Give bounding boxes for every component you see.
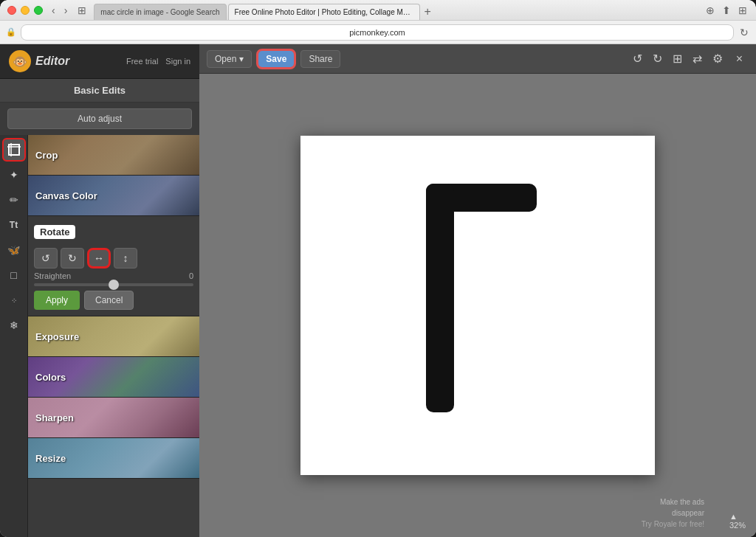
refresh-button[interactable]: ↻	[738, 25, 750, 40]
tool-icons: ✦ ✏ Tt 🦋 □ ⁘ ❄	[0, 135, 28, 537]
svg-rect-5	[426, 184, 454, 412]
logo-icon: 🐵	[9, 50, 31, 72]
address-bar-row: 🔒 picmonkey.com ↻	[0, 21, 756, 44]
rotate-header: Rotate	[34, 222, 193, 245]
undo-button[interactable]: ↺	[630, 49, 645, 69]
overlays-tool-icon[interactable]: ❄	[2, 313, 26, 337]
colors-label: Colors	[28, 367, 73, 387]
canvas-color-label: Canvas Color	[28, 186, 105, 206]
pencil-tool-icon[interactable]: ✏	[2, 188, 26, 212]
straighten-slider-thumb[interactable]	[109, 280, 119, 290]
save-button[interactable]: Save	[256, 49, 296, 69]
rotate-ccw-button[interactable]: ↺	[34, 248, 58, 268]
fit-button[interactable]: ⇄	[690, 49, 705, 69]
expand-button[interactable]: ⊞	[737, 3, 749, 18]
rotate-cw-button[interactable]: ↻	[61, 248, 84, 268]
rotate-label: Rotate	[34, 225, 75, 239]
text-tool-icon[interactable]: Tt	[2, 213, 26, 237]
promo-text: Make the ads disappear Try Royale for fr…	[642, 496, 704, 530]
resize-item[interactable]: Resize	[28, 438, 199, 479]
crop-tool-icon[interactable]	[2, 138, 26, 162]
zoom-up-arrow[interactable]: ▲	[729, 512, 738, 521]
exposure-item[interactable]: Exposure	[28, 316, 199, 357]
redo-button[interactable]: ↻	[650, 49, 665, 69]
rotate-panel: Rotate ↺ ↻ ↔ ↕ Straighten 0	[28, 216, 199, 316]
edit-items-list: Crop Canvas Color Rotate	[28, 135, 199, 537]
crop-item[interactable]: Crop	[28, 135, 199, 176]
minimize-window-button[interactable]	[21, 6, 30, 15]
sidebar: 🐵 Editor Free trial Sign in Basic Edits …	[0, 44, 199, 537]
tab-google-search[interactable]: mac circle in image - Google Search	[94, 4, 226, 20]
action-buttons: Apply Cancel	[34, 291, 193, 310]
share-button[interactable]: Share	[300, 50, 340, 68]
straighten-label: Straighten	[34, 271, 183, 280]
bookmark-button[interactable]: ⊕	[704, 3, 716, 18]
tab-overview-button[interactable]: ⊞	[76, 3, 88, 18]
colors-item[interactable]: Colors	[28, 357, 199, 398]
share-browser-button[interactable]: ⬆	[721, 3, 732, 18]
straighten-value: 0	[189, 271, 193, 280]
new-tab-button[interactable]: +	[422, 5, 434, 18]
texture-tool-icon[interactable]: ⁘	[2, 288, 26, 312]
canvas-color-item[interactable]: Canvas Color	[28, 176, 199, 216]
forward-button[interactable]: ›	[61, 3, 71, 18]
straighten-slider[interactable]	[34, 283, 193, 286]
zoom-indicator: ▲ 32%	[729, 512, 746, 530]
sidebar-header: 🐵 Editor Free trial Sign in	[0, 44, 199, 79]
free-trial-link[interactable]: Free trial	[126, 57, 158, 66]
logo-area: 🐵 Editor	[9, 50, 69, 72]
wand-tool-icon[interactable]: ✦	[2, 163, 26, 187]
header-links: Free trial Sign in	[126, 57, 190, 66]
sign-in-link[interactable]: Sign in	[165, 57, 190, 66]
exposure-label: Exposure	[28, 327, 86, 347]
rotate-buttons: ↺ ↻ ↔ ↕	[34, 248, 193, 268]
flip-horizontal-button[interactable]: ↔	[87, 248, 111, 268]
zoom-value: 32%	[729, 521, 746, 530]
canvas-area: ▲ 32% Make the ads disappear Try Royale …	[199, 74, 756, 537]
editor-title: Editor	[35, 55, 69, 68]
frames-tool-icon[interactable]: □	[2, 263, 26, 287]
crop-label: Crop	[28, 145, 65, 165]
close-window-button[interactable]	[7, 6, 16, 15]
maximize-window-button[interactable]	[34, 6, 43, 15]
editor-toolbar: Open ▾ Save Share ↺ ↻ ⊞ ⇄ ⚙ ×	[199, 44, 756, 74]
editor-main: Open ▾ Save Share ↺ ↻ ⊞ ⇄ ⚙ ×	[199, 44, 756, 537]
cancel-button[interactable]: Cancel	[84, 291, 134, 310]
tools-and-list: ✦ ✏ Tt 🦋 □ ⁘ ❄ Crop	[0, 135, 199, 537]
flip-vertical-button[interactable]: ↕	[114, 248, 137, 268]
image-size-button[interactable]: ⊞	[670, 49, 685, 69]
canvas-shape	[300, 136, 655, 475]
svg-rect-0	[9, 145, 19, 155]
app-container: 🐵 Editor Free trial Sign in Basic Edits …	[0, 44, 756, 537]
sharpen-label: Sharpen	[28, 408, 81, 428]
back-button[interactable]: ‹	[49, 3, 58, 18]
lock-icon: 🔒	[6, 27, 16, 37]
auto-adjust-button[interactable]: Auto adjust	[7, 108, 192, 129]
address-bar[interactable]: picmonkey.com	[21, 24, 734, 41]
canvas-wrapper	[300, 136, 655, 475]
open-button[interactable]: Open ▾	[207, 50, 252, 68]
traffic-lights	[7, 6, 43, 15]
effects-tool-icon[interactable]: 🦋	[2, 238, 26, 262]
panel-title: Basic Edits	[0, 79, 199, 103]
resize-label: Resize	[28, 448, 73, 468]
title-bar: ‹ › ⊞ mac circle in image - Google Searc…	[0, 0, 756, 21]
apply-button[interactable]: Apply	[34, 291, 80, 310]
close-editor-button[interactable]: ×	[730, 49, 749, 69]
browser-nav-buttons: ‹ ›	[49, 3, 70, 18]
rotate-item[interactable]: Rotate ↺ ↻ ↔ ↕ Straighten 0	[28, 216, 199, 316]
tab-picmonkey[interactable]: Free Online Photo Editor | Photo Editing…	[228, 4, 420, 20]
straighten-slider-container	[34, 283, 193, 286]
settings-button[interactable]: ⚙	[709, 49, 726, 69]
sharpen-item[interactable]: Sharpen	[28, 398, 199, 438]
